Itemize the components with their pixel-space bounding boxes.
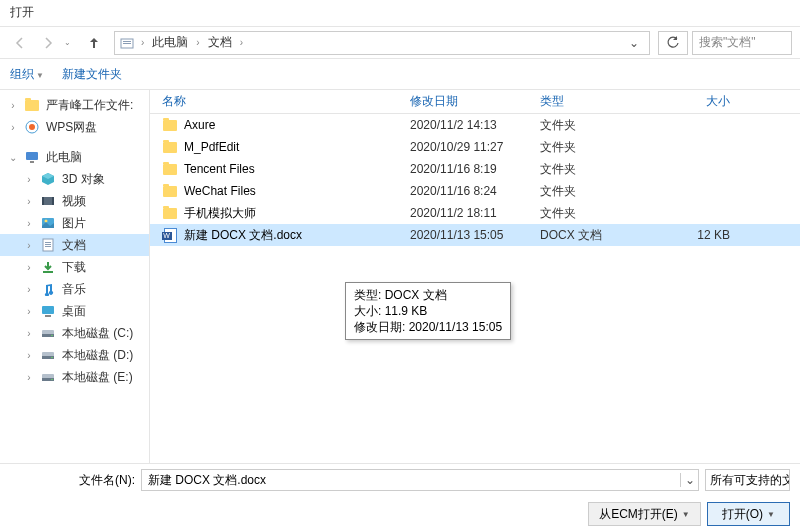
address-dropdown[interactable]: ⌄: [623, 36, 645, 50]
organize-menu[interactable]: 组织▼: [10, 66, 44, 83]
sidebar-item[interactable]: ›严青峰工作文件:: [0, 94, 149, 116]
svg-rect-9: [52, 197, 54, 205]
file-name: Axure: [184, 118, 215, 132]
search-input[interactable]: 搜索"文档": [692, 31, 792, 55]
filename-field[interactable]: [142, 473, 680, 487]
file-filter-dropdown[interactable]: 所有可支持的文: [705, 469, 790, 491]
sidebar-item[interactable]: ›本地磁盘 (D:): [0, 344, 149, 366]
expand-icon[interactable]: ›: [24, 240, 34, 251]
nav-history-dropdown[interactable]: ⌄: [64, 38, 78, 47]
expand-icon[interactable]: ›: [24, 218, 34, 229]
sidebar-item[interactable]: ⌄此电脑: [0, 146, 149, 168]
address-bar[interactable]: › 此电脑 › 文档 › ⌄: [114, 31, 650, 55]
expand-icon[interactable]: ›: [24, 306, 34, 317]
file-date: 2020/11/16 8:24: [410, 184, 540, 198]
sidebar-item-label: 此电脑: [46, 149, 82, 166]
open-button[interactable]: 打开(O)▼: [707, 502, 790, 526]
expand-icon[interactable]: ⌄: [8, 152, 18, 163]
expand-icon[interactable]: ›: [24, 328, 34, 339]
sidebar-item-label: 桌面: [62, 303, 86, 320]
sidebar-item-label: 严青峰工作文件:: [46, 97, 133, 114]
file-row[interactable]: WeChat Files2020/11/16 8:24文件夹: [150, 180, 800, 202]
file-tooltip: 类型: DOCX 文档 大小: 11.9 KB 修改日期: 2020/11/13…: [345, 282, 511, 340]
sidebar-item-label: 图片: [62, 215, 86, 232]
filename-input[interactable]: ⌄: [141, 469, 699, 491]
tooltip-size: 大小: 11.9 KB: [354, 303, 502, 319]
sidebar-item-label: 下载: [62, 259, 86, 276]
sidebar-item-label: 文档: [62, 237, 86, 254]
file-name: Tencent Files: [184, 162, 255, 176]
file-date: 2020/11/16 8:19: [410, 162, 540, 176]
nav-forward-button[interactable]: [36, 31, 60, 55]
sidebar-item[interactable]: ›文档: [0, 234, 149, 256]
expand-icon[interactable]: ›: [24, 174, 34, 185]
file-date: 2020/11/13 15:05: [410, 228, 540, 242]
file-name: 手机模拟大师: [184, 205, 256, 222]
file-date: 2020/11/2 14:13: [410, 118, 540, 132]
expand-icon[interactable]: ›: [24, 196, 34, 207]
col-date[interactable]: 修改日期: [410, 93, 540, 110]
pc-icon: [24, 149, 40, 165]
sidebar-item-label: 本地磁盘 (E:): [62, 369, 133, 386]
file-type: DOCX 文档: [540, 227, 650, 244]
new-folder-button[interactable]: 新建文件夹: [62, 66, 122, 83]
dl-icon: [40, 259, 56, 275]
chevron-right-icon[interactable]: ›: [238, 37, 245, 48]
chevron-right-icon[interactable]: ›: [194, 37, 201, 48]
chevron-right-icon[interactable]: ›: [139, 37, 146, 48]
search-placeholder: 搜索"文档": [699, 34, 756, 51]
sidebar-item[interactable]: ›视频: [0, 190, 149, 212]
file-row[interactable]: 新建 DOCX 文档.docx2020/11/13 15:05DOCX 文档12…: [150, 224, 800, 246]
svg-point-4: [29, 124, 35, 130]
nav-up-button[interactable]: [82, 31, 106, 55]
music-icon: [40, 281, 56, 297]
window-titlebar: 打开: [0, 0, 800, 26]
expand-icon[interactable]: ›: [24, 372, 34, 383]
file-row[interactable]: Tencent Files2020/11/16 8:19文件夹: [150, 158, 800, 180]
sidebar-item[interactable]: ›图片: [0, 212, 149, 234]
svg-rect-13: [45, 242, 51, 243]
folder-icon: [162, 205, 178, 221]
svg-rect-1: [123, 41, 131, 42]
sidebar-item-label: 本地磁盘 (C:): [62, 325, 133, 342]
refresh-button[interactable]: [658, 31, 688, 55]
file-list-pane: 名称 修改日期 类型 大小 Axure2020/11/2 14:13文件夹M_P…: [150, 90, 800, 464]
svg-point-27: [51, 379, 53, 381]
svg-rect-6: [30, 161, 34, 163]
sidebar-item[interactable]: ›WPS网盘: [0, 116, 149, 138]
sidebar: ›严青峰工作文件:›WPS网盘⌄此电脑›3D 对象›视频›图片›文档›下载›音乐…: [0, 90, 150, 464]
file-name: M_PdfEdit: [184, 140, 239, 154]
col-type[interactable]: 类型: [540, 93, 650, 110]
expand-icon[interactable]: ›: [24, 284, 34, 295]
docx-icon: [162, 227, 178, 243]
breadcrumb-item[interactable]: 文档: [206, 34, 234, 51]
sidebar-item[interactable]: ›本地磁盘 (E:): [0, 366, 149, 388]
col-size[interactable]: 大小: [650, 93, 750, 110]
doc-icon: [40, 237, 56, 253]
footer: 文件名(N): ⌄ 所有可支持的文 从ECM打开(E)▼ 打开(O)▼: [0, 463, 800, 532]
folder-icon: [24, 97, 40, 113]
filename-dropdown[interactable]: ⌄: [680, 473, 698, 487]
expand-icon[interactable]: ›: [24, 262, 34, 273]
folder-icon: [162, 161, 178, 177]
sidebar-item[interactable]: ›本地磁盘 (C:): [0, 322, 149, 344]
sidebar-item[interactable]: ›3D 对象: [0, 168, 149, 190]
wps-icon: [24, 119, 40, 135]
nav-back-button[interactable]: [8, 31, 32, 55]
sidebar-item[interactable]: ›桌面: [0, 300, 149, 322]
expand-icon[interactable]: ›: [8, 122, 18, 133]
disk-icon: [40, 369, 56, 385]
sidebar-item[interactable]: ›下载: [0, 256, 149, 278]
file-row[interactable]: 手机模拟大师2020/11/2 18:11文件夹: [150, 202, 800, 224]
sidebar-item[interactable]: ›音乐: [0, 278, 149, 300]
breadcrumb-item[interactable]: 此电脑: [150, 34, 190, 51]
svg-rect-5: [26, 152, 38, 160]
file-type: 文件夹: [540, 161, 650, 178]
file-row[interactable]: M_PdfEdit2020/10/29 11:27文件夹: [150, 136, 800, 158]
col-name[interactable]: 名称: [162, 93, 410, 110]
file-row[interactable]: Axure2020/11/2 14:13文件夹: [150, 114, 800, 136]
expand-icon[interactable]: ›: [8, 100, 18, 111]
file-type: 文件夹: [540, 139, 650, 156]
ecm-open-button[interactable]: 从ECM打开(E)▼: [588, 502, 701, 526]
expand-icon[interactable]: ›: [24, 350, 34, 361]
